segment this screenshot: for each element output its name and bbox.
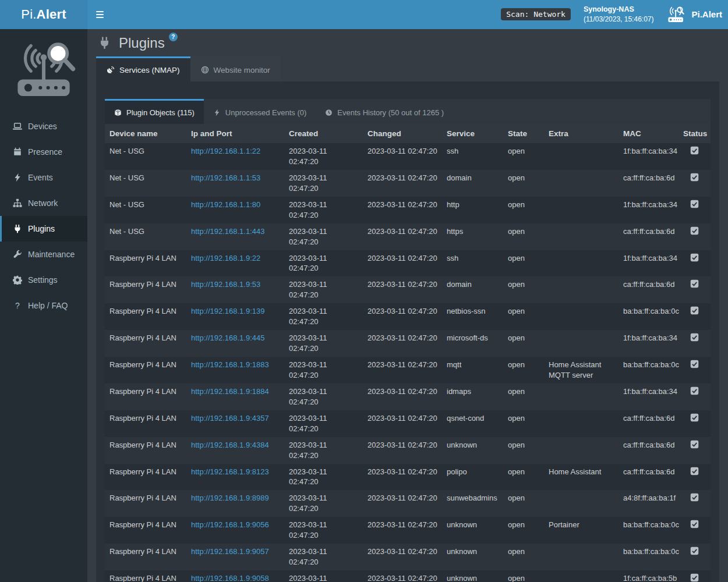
- created-cell: 2023-03-11 02:47:20: [284, 303, 363, 330]
- device-name-cell: Raspberry Pi 4 LAN: [105, 490, 186, 517]
- status-cell: [678, 410, 711, 437]
- device-name-cell: Raspberry Pi 4 LAN: [105, 330, 186, 357]
- help-badge[interactable]: ?: [169, 33, 178, 41]
- ip-port-link[interactable]: http://192.168.1.9:8989: [191, 494, 269, 502]
- subtab-unprocessed-events[interactable]: Unprocessed Events (0): [204, 99, 316, 124]
- sidebar-item-presence[interactable]: Presence: [0, 139, 87, 165]
- column-header-status[interactable]: Status: [678, 124, 711, 143]
- ip-port-link[interactable]: http://192.168.1.9:4357: [191, 414, 269, 423]
- sidebar-item-help-faq[interactable]: Help / FAQ: [0, 293, 87, 318]
- ip-port-link[interactable]: http://192.168.1.9:53: [191, 280, 260, 289]
- service-cell: netbios-ssn: [442, 303, 503, 330]
- tab-website-monitor[interactable]: Website monitor: [190, 56, 281, 81]
- sidebar-item-events[interactable]: Events: [0, 165, 87, 190]
- ip-port-link[interactable]: http://192.168.1.9:4384: [191, 441, 269, 449]
- changed-cell: 2023-03-11 02:47:20: [363, 303, 442, 330]
- state-cell: open: [503, 544, 544, 570]
- sidebar-item-plugins[interactable]: Plugins: [0, 216, 87, 242]
- checked-checkbox-icon: [690, 279, 699, 288]
- changed-cell: 2023-03-11 02:47:20: [363, 276, 442, 303]
- ip-port-cell: http://192.168.1.9:139: [186, 303, 284, 330]
- state-cell: open: [503, 357, 544, 384]
- plugin-objects-box: Plugin Objects (115) Unprocessed Events …: [105, 99, 711, 582]
- subtab-events-history[interactable]: Events History (50 out of 1265 ): [316, 99, 453, 124]
- sidebar-item-label: Presence: [28, 147, 62, 157]
- extra-cell: [544, 570, 619, 582]
- laptop-icon: [13, 122, 22, 131]
- service-cell: microsoft-ds: [442, 330, 503, 357]
- service-cell: mqtt: [442, 357, 503, 384]
- tab-services-nmap[interactable]: Services (NMAP): [96, 56, 190, 81]
- ip-port-link[interactable]: http://192.168.1.1:80: [191, 200, 260, 209]
- sidebar-item-network[interactable]: Network: [0, 190, 87, 216]
- checked-checkbox-icon: [690, 386, 699, 395]
- ip-port-link[interactable]: http://192.168.1.9:139: [191, 307, 265, 315]
- column-header-service[interactable]: Service: [442, 124, 503, 143]
- ip-port-link[interactable]: http://192.168.1.1:53: [191, 173, 260, 182]
- sidebar-item-devices[interactable]: Devices: [0, 113, 87, 139]
- mac-cell: ca:ff:ff:ca:ba:6d: [619, 410, 678, 437]
- scan-status-badge: Scan: Network: [501, 8, 571, 20]
- table-row: Net - USGhttp://192.168.1.1:532023-03-11…: [105, 170, 711, 197]
- state-cell: open: [503, 330, 544, 357]
- service-cell: idmaps: [442, 384, 503, 410]
- changed-cell: 2023-03-11 02:47:20: [363, 410, 442, 437]
- ip-port-link[interactable]: http://192.168.1.9:9058: [191, 574, 269, 582]
- changed-cell: 2023-03-11 02:47:20: [363, 223, 442, 250]
- sidebar-toggle-button[interactable]: [96, 10, 105, 19]
- subtab-plugin-objects[interactable]: Plugin Objects (115): [105, 99, 204, 124]
- checked-checkbox-icon: [690, 573, 699, 582]
- service-cell: domain: [442, 276, 503, 303]
- table-row: Raspberry Pi 4 LANhttp://192.168.1.9:438…: [105, 437, 711, 464]
- ip-port-link[interactable]: http://192.168.1.9:9056: [191, 520, 269, 529]
- table-row: Raspberry Pi 4 LANhttp://192.168.1.9:139…: [105, 303, 711, 330]
- subtab-label: Plugin Objects (115): [126, 108, 195, 117]
- app-logo[interactable]: Pi.Alert: [0, 0, 87, 29]
- state-cell: open: [503, 170, 544, 197]
- mac-cell: ba:ba:ff:ca:ba:0c: [619, 303, 678, 330]
- status-cell: [678, 464, 711, 491]
- ip-port-link[interactable]: http://192.168.1.1:443: [191, 227, 265, 236]
- status-cell: [678, 197, 711, 223]
- sidebar-item-label: Network: [28, 198, 58, 208]
- created-cell: 2023-03-11 02:47:20: [284, 517, 363, 544]
- extra-cell: [544, 384, 619, 410]
- column-header-changed[interactable]: Changed: [363, 124, 442, 143]
- sidebar-item-settings[interactable]: Settings: [0, 267, 87, 293]
- page-title: Plugins: [119, 36, 165, 50]
- created-cell: 2023-03-11 02:47:20: [284, 544, 363, 570]
- host-scan-time: (11/03/2023, 15:46:07): [584, 15, 654, 24]
- state-cell: open: [503, 410, 544, 437]
- service-cell: https: [442, 223, 503, 250]
- ip-port-cell: http://192.168.1.9:1884: [186, 384, 284, 410]
- mac-cell: ca:ff:ff:ca:ba:6d: [619, 464, 678, 491]
- service-cell: sunwebadmins: [442, 490, 503, 517]
- service-cell: ssh: [442, 250, 503, 277]
- column-header-created[interactable]: Created: [284, 124, 363, 143]
- pialert-brand-right-label: Pi.Alert: [691, 9, 722, 19]
- column-header-device-name[interactable]: Device name: [105, 124, 186, 143]
- ip-port-link[interactable]: http://192.168.1.9:1883: [191, 360, 269, 369]
- sidebar-item-maintenance[interactable]: Maintenance: [0, 242, 87, 267]
- ip-port-cell: http://192.168.1.9:4357: [186, 410, 284, 437]
- status-cell: [678, 223, 711, 250]
- column-header-ip-and-port[interactable]: Ip and Port: [186, 124, 284, 143]
- column-header-extra[interactable]: Extra: [544, 124, 619, 143]
- ip-port-link[interactable]: http://192.168.1.9:22: [191, 254, 260, 262]
- extra-cell: [544, 276, 619, 303]
- checked-checkbox-icon: [690, 413, 699, 422]
- ip-port-link[interactable]: http://192.168.1.9:8123: [191, 467, 269, 476]
- ip-port-link[interactable]: http://192.168.1.9:445: [191, 333, 265, 342]
- column-header-state[interactable]: State: [503, 124, 544, 143]
- extra-cell: Home Assistant MQTT server: [544, 357, 619, 384]
- status-cell: [678, 303, 711, 330]
- column-header-mac[interactable]: MAC: [619, 124, 678, 143]
- service-cell: qsnet-cond: [442, 410, 503, 437]
- ip-port-link[interactable]: http://192.168.1.9:1884: [191, 387, 269, 396]
- extra-cell: [544, 437, 619, 464]
- extra-cell: [544, 544, 619, 570]
- tab-content: Plugin Objects (115) Unprocessed Events …: [96, 81, 719, 582]
- ip-port-link[interactable]: http://192.168.1.1:22: [191, 147, 260, 155]
- checked-checkbox-icon: [690, 333, 699, 342]
- ip-port-link[interactable]: http://192.168.1.9:9057: [191, 547, 269, 556]
